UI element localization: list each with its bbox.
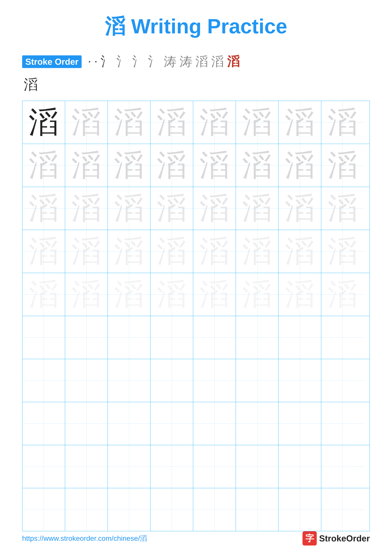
grid-cell-4-5: 滔 [193,230,236,273]
stroke-step-8: 涛 [180,53,192,70]
char-5-1: 滔 [29,279,59,309]
grid-cell-1-2: 滔 [65,101,108,144]
char-1-2: 滔 [71,107,101,137]
grid-cell-6-8 [321,316,364,359]
page-title: 滔 Writing Practice [22,13,370,41]
grid-row-1: 滔 滔 滔 滔 滔 滔 滔 滔 [22,101,370,144]
grid-cell-4-3: 滔 [108,230,150,273]
strokeorder-logo-icon: 字 [302,531,317,546]
grid-cell-1-5: 滔 [193,101,236,144]
char-5-4: 滔 [157,279,187,309]
grid-cell-3-6: 滔 [236,187,279,230]
grid-cell-1-1: 滔 [22,101,65,144]
grid-cell-8-2 [65,402,108,445]
grid-cell-4-8: 滔 [321,230,364,273]
grid-cell-8-4 [150,402,193,445]
grid-cell-7-2 [65,359,108,402]
char-2-5: 滔 [200,150,229,180]
char-4-3: 滔 [114,236,144,266]
grid-cell-2-2: 滔 [65,144,108,187]
grid-cell-3-8: 滔 [321,187,364,230]
grid-cell-9-7 [279,445,321,488]
page: 滔 Writing Practice Stroke Order · · 氵 氵 … [0,0,392,555]
stroke-order-section: Stroke Order · · 氵 氵 氵 氵 涛 涛 滔 滔 滔 [22,53,370,70]
logo-char: 字 [305,533,314,544]
footer-logo: 字 StrokeOrder [302,531,370,546]
stroke-step-6: 氵 [148,53,161,70]
char-3-3: 滔 [114,193,144,223]
title-chinese-char: 滔 [105,15,125,38]
char-4-8: 滔 [328,236,358,266]
char-1-4: 滔 [157,107,187,137]
grid-cell-7-5 [193,359,236,402]
stroke-step-10: 滔 [211,53,224,70]
practice-grid: 滔 滔 滔 滔 滔 滔 滔 滔 [22,101,370,531]
stroke-step-1: · [88,55,91,69]
grid-cell-4-7: 滔 [279,230,321,273]
grid-cell-6-7 [279,316,321,359]
char-1-7: 滔 [285,107,315,137]
grid-cell-6-2 [65,316,108,359]
grid-cell-6-5 [193,316,236,359]
grid-row-4: 滔 滔 滔 滔 滔 滔 滔 滔 [22,230,370,273]
char-3-1: 滔 [29,193,59,223]
char-5-3: 滔 [114,279,144,309]
grid-cell-10-8 [321,488,364,531]
char-2-4: 滔 [157,150,187,180]
char-4-1: 滔 [29,236,59,266]
grid-cell-10-6 [236,488,279,531]
char-3-4: 滔 [157,193,187,223]
char-5-8: 滔 [328,279,358,309]
char-2-7: 滔 [285,150,315,180]
grid-cell-4-4: 滔 [150,230,193,273]
grid-cell-7-3 [108,359,150,402]
char-1-5: 滔 [200,107,229,137]
grid-cell-2-1: 滔 [22,144,65,187]
grid-cell-5-3: 滔 [108,273,150,316]
grid-row-8 [22,402,370,445]
grid-cell-5-1: 滔 [22,273,65,316]
grid-row-9 [22,445,370,488]
grid-cell-2-6: 滔 [236,144,279,187]
grid-cell-5-6: 滔 [236,273,279,316]
grid-cell-7-8 [321,359,364,402]
grid-cell-3-4: 滔 [150,187,193,230]
title-text: Writing Practice [131,15,287,38]
grid-cell-3-5: 滔 [193,187,236,230]
grid-cell-9-1 [22,445,65,488]
grid-row-5: 滔 滔 滔 滔 滔 滔 滔 滔 [22,273,370,316]
grid-cell-8-5 [193,402,236,445]
stroke-final-char: 滔 [24,75,370,94]
grid-cell-7-6 [236,359,279,402]
grid-cell-8-6 [236,402,279,445]
grid-cell-8-8 [321,402,364,445]
grid-cell-6-3 [108,316,150,359]
footer-logo-text: StrokeOrder [319,533,370,543]
grid-cell-9-8 [321,445,364,488]
footer: https://www.strokeorder.com/chinese/滔 字 … [22,531,370,546]
char-2-3: 滔 [114,150,144,180]
grid-cell-10-3 [108,488,150,531]
char-5-5: 滔 [200,279,229,309]
grid-cell-4-1: 滔 [22,230,65,273]
stroke-step-4: 氵 [116,53,129,70]
char-4-7: 滔 [285,236,315,266]
stroke-step-2: · [94,55,97,69]
footer-url[interactable]: https://www.strokeorder.com/chinese/滔 [22,534,147,543]
grid-cell-1-3: 滔 [108,101,150,144]
char-2-1: 滔 [29,150,59,180]
char-3-7: 滔 [285,193,315,223]
grid-row-2: 滔 滔 滔 滔 滔 滔 滔 滔 [22,144,370,187]
char-4-2: 滔 [71,236,101,266]
char-2-2: 滔 [71,150,101,180]
stroke-step-5: 氵 [132,53,145,70]
grid-cell-4-6: 滔 [236,230,279,273]
grid-cell-6-6 [236,316,279,359]
char-1-6: 滔 [242,107,272,137]
grid-cell-10-4 [150,488,193,531]
grid-row-3: 滔 滔 滔 滔 滔 滔 滔 滔 [22,187,370,230]
grid-row-10 [22,488,370,531]
char-5-7: 滔 [285,279,315,309]
char-3-2: 滔 [71,193,101,223]
stroke-step-7: 涛 [164,53,177,70]
